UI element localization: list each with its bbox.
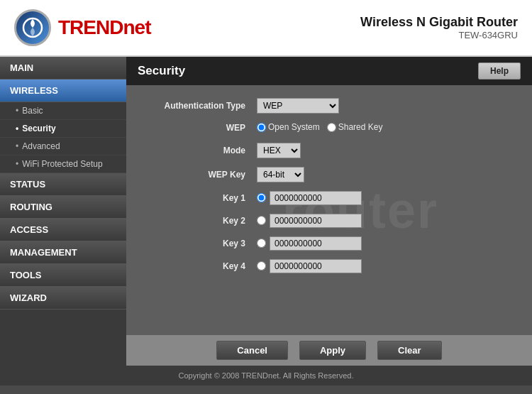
wep-shared-radio[interactable]: [327, 123, 336, 132]
content-area: Security Help router Authentication Type…: [126, 57, 532, 366]
sidebar-item-wifi-protected-setup[interactable]: WiFi Protected Setup: [0, 155, 126, 173]
header-right: Wireless N Gigabit Router TEW-634GRU: [360, 15, 518, 40]
sidebar-item-access[interactable]: Access: [0, 219, 126, 241]
security-form: Authentication Type WEP WPA-Personal WPA…: [138, 94, 521, 278]
key1-row: Key 1: [138, 187, 521, 209]
key4-label: Key 4: [138, 255, 251, 278]
key3-input[interactable]: [270, 236, 362, 251]
logo-icon: [14, 9, 51, 46]
sidebar-item-security[interactable]: Security: [0, 120, 126, 138]
wep-mode-row: WEP Open System Shared Key: [138, 118, 521, 138]
mode-label: Mode: [138, 138, 251, 163]
mode-value-cell: HEX ASCII: [251, 138, 521, 163]
key4-radio[interactable]: [257, 261, 266, 270]
key2-input[interactable]: [270, 214, 362, 228]
content-header: Security Help: [126, 57, 532, 85]
sidebar-item-routing[interactable]: Routing: [0, 196, 126, 219]
auth-type-label: Authentication Type: [138, 94, 251, 118]
brand-suffix: net: [123, 16, 150, 38]
sidebar-item-main[interactable]: Main: [0, 57, 126, 80]
auth-type-select[interactable]: WEP WPA-Personal WPA2-Personal WPA-Enter…: [257, 98, 339, 114]
apply-button[interactable]: Apply: [299, 341, 366, 360]
key1-value-cell: [251, 187, 521, 209]
footer: Copyright © 2008 TRENDnet. All Rights Re…: [0, 366, 532, 385]
sidebar-item-tools[interactable]: Tools: [0, 264, 126, 287]
footer-text: Copyright © 2008 TRENDnet. All Rights Re…: [179, 371, 354, 380]
main-layout: Main Wireless Basic Security Advanced Wi…: [0, 57, 532, 366]
content-body: router Authentication Type WEP WPA-Perso…: [126, 85, 532, 335]
wep-options-cell: Open System Shared Key: [251, 118, 521, 138]
page-header: TRENDnet Wireless N Gigabit Router TEW-6…: [0, 0, 532, 57]
key2-row: Key 2: [138, 209, 521, 232]
wep-open-label[interactable]: Open System: [257, 122, 320, 132]
cancel-button[interactable]: Cancel: [216, 341, 288, 360]
key4-value-cell: [251, 255, 521, 278]
key2-label: Key 2: [138, 209, 251, 232]
sidebar-item-advanced[interactable]: Advanced: [0, 138, 126, 155]
product-model: TEW-634GRU: [360, 30, 518, 40]
logo-area: TRENDnet: [14, 9, 150, 46]
sidebar-item-basic[interactable]: Basic: [0, 102, 126, 120]
sidebar: Main Wireless Basic Security Advanced Wi…: [0, 57, 126, 366]
key3-label: Key 3: [138, 232, 251, 255]
help-button[interactable]: Help: [478, 62, 521, 80]
button-row: Cancel Apply Clear: [126, 335, 532, 366]
sidebar-item-wireless[interactable]: Wireless: [0, 80, 126, 102]
key3-radio[interactable]: [257, 239, 266, 248]
key1-label: Key 1: [138, 187, 251, 209]
key3-value-cell: [251, 232, 521, 255]
wep-key-value-cell: 64-bit 128-bit: [251, 163, 521, 187]
wep-label: WEP: [138, 118, 251, 138]
mode-row: Mode HEX ASCII: [138, 138, 521, 163]
wep-key-row: WEP Key 64-bit 128-bit: [138, 163, 521, 187]
auth-type-row: Authentication Type WEP WPA-Personal WPA…: [138, 94, 521, 118]
key2-value-cell: [251, 209, 521, 232]
sidebar-item-management[interactable]: Management: [0, 241, 126, 264]
page-title: Security: [138, 64, 185, 78]
wep-key-label: WEP Key: [138, 163, 251, 187]
brand-name: TRENDnet: [58, 16, 150, 39]
wep-key-select[interactable]: 64-bit 128-bit: [257, 167, 304, 182]
sidebar-item-wizard[interactable]: Wizard: [0, 287, 126, 310]
brand-prefix: TREND: [58, 16, 123, 38]
key4-row: Key 4: [138, 255, 521, 278]
wep-open-radio[interactable]: [257, 123, 266, 132]
key2-radio[interactable]: [257, 216, 266, 225]
key1-radio[interactable]: [257, 193, 266, 202]
key1-input[interactable]: [270, 191, 362, 205]
mode-select[interactable]: HEX ASCII: [257, 143, 301, 158]
key4-input[interactable]: [270, 259, 362, 273]
wep-shared-label[interactable]: Shared Key: [327, 122, 383, 132]
clear-button[interactable]: Clear: [377, 341, 442, 360]
auth-type-value-cell: WEP WPA-Personal WPA2-Personal WPA-Enter…: [251, 94, 521, 118]
sidebar-item-status[interactable]: Status: [0, 173, 126, 196]
key3-row: Key 3: [138, 232, 521, 255]
product-name: Wireless N Gigabit Router: [360, 15, 518, 30]
